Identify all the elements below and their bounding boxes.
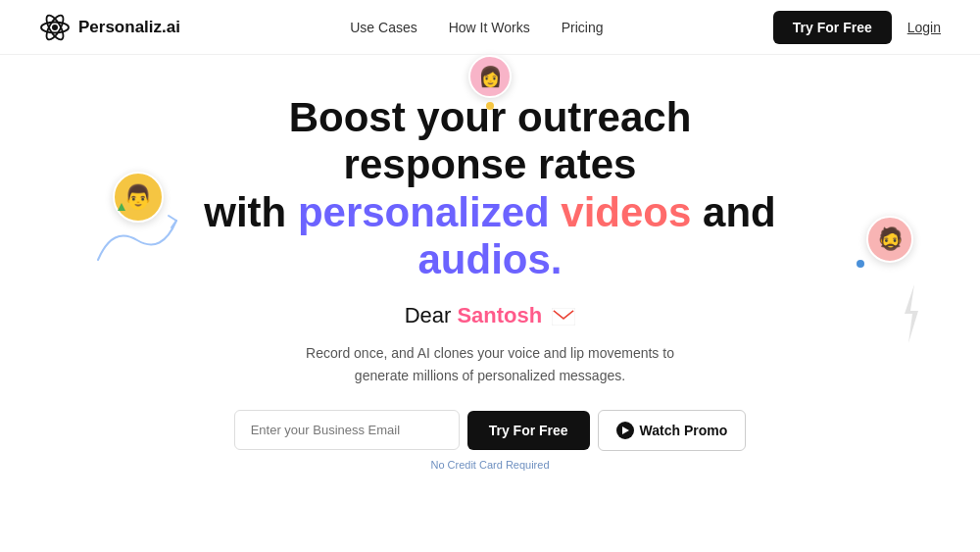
watch-promo-button[interactable]: Watch Promo — [598, 410, 747, 451]
nav-item-pricing[interactable]: Pricing — [562, 19, 604, 36]
navbar: Personaliz.ai Use Cases How It Works Pri… — [0, 0, 980, 55]
email-input[interactable] — [234, 410, 460, 450]
nav-item-how-it-works[interactable]: How It Works — [449, 19, 530, 36]
hero-form: Try For Free Watch Promo — [234, 410, 747, 451]
nav-item-use-cases[interactable]: Use Cases — [350, 19, 416, 36]
hero-section: Boost your outreach response rates with … — [0, 55, 980, 471]
play-triangle — [622, 427, 629, 434]
hero-title: Boost your outreach response rates with … — [196, 94, 784, 283]
hero-try-free-button[interactable]: Try For Free — [467, 411, 590, 450]
no-credit-label: No Credit Card Required — [430, 459, 549, 471]
gmail-icon — [552, 308, 575, 326]
atom-icon — [39, 12, 71, 43]
logo[interactable]: Personaliz.ai — [39, 12, 180, 43]
nav-links: Use Cases How It Works Pricing — [350, 19, 603, 36]
hero-description: Record once, and AI clones your voice an… — [294, 342, 686, 386]
nav-right: Try For Free Login — [773, 11, 941, 44]
nav-try-free-button[interactable]: Try For Free — [773, 11, 892, 44]
nav-login-button[interactable]: Login — [907, 20, 941, 35]
logo-text: Personaliz.ai — [78, 18, 180, 37]
play-icon — [616, 422, 634, 439]
hero-subtitle: Dear Santosh — [405, 303, 576, 328]
svg-point-0 — [52, 25, 58, 30]
